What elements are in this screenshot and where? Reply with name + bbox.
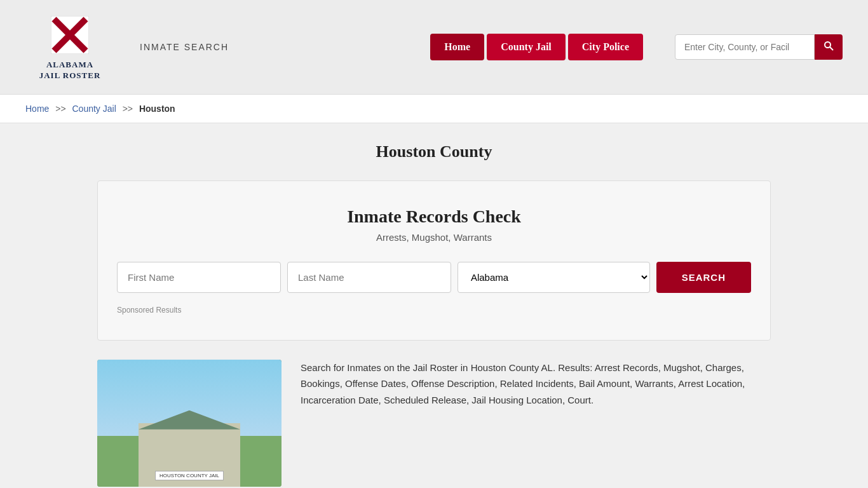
records-card: Inmate Records Check Arrests, Mugshot, W… <box>97 180 771 341</box>
sponsored-label: Sponsored Results <box>117 306 751 315</box>
header: ALABAMA JAIL ROSTER INMATE SEARCH Home C… <box>0 0 868 95</box>
main-nav: Home County Jail City Police <box>430 34 643 60</box>
nav-county-jail-button[interactable]: County Jail <box>487 34 566 60</box>
svg-line-4 <box>830 47 833 50</box>
inmate-search-label: INMATE SEARCH <box>140 42 229 52</box>
inmate-search-button[interactable]: SEARCH <box>656 262 751 293</box>
records-card-title: Inmate Records Check <box>117 207 751 227</box>
bottom-section: HOUSTON COUNTY JAIL Search for Inmates o… <box>97 360 771 487</box>
first-name-input[interactable] <box>117 262 281 293</box>
description-text: Search for Inmates on the Jail Roster in… <box>301 360 771 409</box>
jail-image: HOUSTON COUNTY JAIL <box>97 360 281 487</box>
inmate-search-form: AlabamaAlaskaArizonaArkansasCaliforniaCo… <box>117 262 751 293</box>
breadcrumb: Home >> County Jail >> Houston <box>0 95 868 123</box>
svg-point-3 <box>825 42 831 48</box>
search-icon <box>824 41 834 51</box>
records-card-subtitle: Arrests, Mugshot, Warrants <box>117 232 751 243</box>
jail-sign: HOUSTON COUNTY JAIL <box>155 471 224 480</box>
breadcrumb-county-jail[interactable]: County Jail <box>72 104 116 114</box>
nav-city-police-button[interactable]: City Police <box>568 34 643 60</box>
alabama-flag-icon <box>51 16 89 54</box>
logo-area: ALABAMA JAIL ROSTER <box>25 13 114 81</box>
breadcrumb-sep2: >> <box>123 104 133 114</box>
breadcrumb-home[interactable]: Home <box>25 104 49 114</box>
nav-home-button[interactable]: Home <box>430 34 484 60</box>
breadcrumb-sep1: >> <box>55 104 65 114</box>
header-search-bar <box>675 34 843 60</box>
logo-text: ALABAMA JAIL ROSTER <box>39 60 101 81</box>
last-name-input[interactable] <box>287 262 451 293</box>
header-search-button[interactable] <box>815 34 843 60</box>
logo-icon <box>48 13 92 57</box>
main-content: Houston County Inmate Records Check Arre… <box>85 123 783 488</box>
header-search-input[interactable] <box>675 34 815 60</box>
breadcrumb-current: Houston <box>139 104 175 114</box>
page-title: Houston County <box>97 142 771 161</box>
state-select[interactable]: AlabamaAlaskaArizonaArkansasCaliforniaCo… <box>458 262 650 293</box>
